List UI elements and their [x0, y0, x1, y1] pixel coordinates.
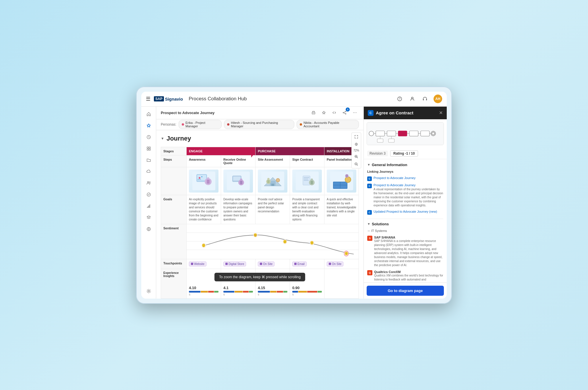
sidebar [141, 107, 156, 299]
sidebar-users[interactable] [144, 178, 154, 188]
svg-point-18 [148, 290, 149, 292]
content-area: Prospect to Advocate Journey [156, 107, 363, 299]
svg-rect-4 [426, 99, 427, 100]
solution-qualtrics-desc: Qualtrics XM combines the world's best t… [374, 274, 443, 282]
headset-icon[interactable] [421, 95, 429, 103]
zoom-in-icon[interactable] [352, 153, 360, 160]
svg-rect-93 [376, 131, 385, 136]
sidebar-home[interactable] [144, 109, 154, 119]
sidebar-layers[interactable] [144, 212, 154, 223]
zoom-level-display: 72% [352, 148, 360, 153]
experience-insights-label: Experience Insights [161, 269, 187, 298]
goals-row-label: Goals [161, 195, 187, 224]
journey-canvas[interactable]: ▼ Journey Stages ENGAGE [156, 130, 363, 299]
goal-quote: Develop wide-scale information campaigns… [221, 195, 256, 224]
journey-collapse-icon[interactable]: ▼ [161, 137, 164, 141]
illus-contract [290, 167, 324, 195]
more-icon[interactable]: ⋯ [351, 109, 359, 117]
help-icon[interactable]: ? [396, 95, 404, 103]
goal-installation: A quick and effective installation by we… [324, 195, 359, 224]
panel-close-button[interactable]: ✕ [439, 110, 443, 116]
persona-nikita[interactable]: Nikita - Accounts Payable Accountant [297, 120, 359, 129]
illus-installation-img [327, 170, 356, 193]
zoom-controls[interactable]: 72% [351, 132, 361, 168]
solution-sap-desc: SAP S/4HANA is a complete enterprise res… [374, 239, 443, 267]
go-to-diagram-button[interactable]: Go to diagram page [367, 286, 444, 296]
svg-rect-3 [423, 99, 424, 100]
illus-assessment-img [258, 170, 287, 193]
svg-rect-76 [225, 263, 228, 265]
persona-erika[interactable]: Erika - Project Manager [179, 120, 222, 129]
hamburger-menu[interactable]: ☰ [146, 96, 150, 102]
svg-point-27 [199, 177, 200, 179]
user-avatar[interactable]: AH [434, 95, 442, 103]
sidebar-folder[interactable] [144, 155, 154, 165]
svg-point-2 [411, 97, 413, 99]
panel-diagram-preview [367, 122, 444, 145]
sidebar-grid[interactable] [144, 143, 154, 154]
sidebar-settings[interactable] [144, 286, 154, 296]
step-awareness: Awareness [187, 155, 221, 167]
solution-sap[interactable]: S SAP S/4HANA SAP S/4HANA is a complete … [367, 234, 443, 269]
solution-sap-info: SAP S/4HANA SAP S/4HANA is a complete en… [374, 236, 443, 267]
share-icon[interactable]: 8 [341, 109, 349, 117]
link-text-3: Updated Prospect to Advocate Journey (ne… [374, 210, 437, 213]
svg-point-92 [369, 131, 374, 136]
sidebar-signal[interactable] [144, 201, 154, 211]
personas-bar: Personas: Erika - Project Manager Hitesh… [156, 119, 363, 130]
main-layout: Prospect to Advocate Journey [141, 107, 447, 299]
fullscreen-icon[interactable] [352, 133, 360, 140]
step-quote: Receive Online Quote [221, 155, 256, 167]
persona-erika-name: Erika - Project Manager [185, 121, 218, 128]
sidebar-globe[interactable] [144, 224, 154, 234]
sidebar-cloud[interactable] [144, 166, 154, 177]
sentiment-svg: 🙂 😊 🙂 🙂 😕 [187, 224, 359, 258]
svg-point-21 [343, 112, 344, 113]
sidebar-history[interactable] [144, 132, 154, 142]
touchpoint-onsite1: On Site [256, 259, 290, 269]
revision-label: Revision 3 [367, 151, 388, 156]
svg-rect-106 [377, 139, 383, 142]
link-icon-3: C [367, 210, 372, 215]
step-assessment: Site Assessment [256, 155, 290, 167]
share-badge-count: 8 [346, 107, 350, 112]
goal-awareness: An explicitly positive image of our prod… [187, 195, 221, 224]
header-icons: 8 ⋯ [310, 109, 359, 117]
panel-content[interactable]: ▼ General Information Linking Journeys C… [364, 159, 447, 283]
svg-rect-96 [409, 131, 418, 136]
sidebar-check[interactable] [144, 189, 154, 200]
signavio-label: Signavio [165, 97, 183, 101]
print-icon[interactable] [310, 109, 318, 117]
target-icon[interactable] [352, 141, 360, 148]
user-icon[interactable] [408, 95, 416, 103]
touchpoint-digital: Digital Store [221, 259, 256, 269]
code-icon[interactable] [330, 109, 338, 117]
illus-quote [221, 167, 256, 195]
sidebar-star[interactable] [144, 120, 154, 131]
link-icon-1: C [367, 176, 372, 181]
insight-score-1: 4.1 [223, 286, 253, 290]
svg-rect-43 [267, 180, 270, 183]
general-info-collapse-icon[interactable]: ▼ [367, 163, 370, 166]
touchpoint-email-chip: Email [292, 262, 307, 266]
persona-hitesh[interactable]: Hitesh - Sourcing and Purchasing Manager [224, 120, 294, 129]
goal-contract: Provide a transparent and simple contrac… [290, 195, 324, 224]
svg-text:🙂: 🙂 [283, 239, 287, 244]
linking-journeys-label: Linking Journeys [367, 170, 443, 173]
svg-rect-14 [148, 206, 148, 208]
zoom-out-icon[interactable] [352, 161, 360, 168]
svg-rect-79 [329, 263, 331, 265]
touchpoint-onsite2: On Site [324, 259, 359, 269]
svg-point-38 [240, 178, 242, 181]
link-item-1[interactable]: C Prospect to Advocate Journey [367, 175, 443, 182]
favorite-icon[interactable] [320, 109, 328, 117]
link-item-3[interactable]: C Updated Prospect to Advocate Journey (… [367, 209, 443, 216]
link-item-2[interactable]: C Prospect to Advocate Journey A visual … [367, 182, 443, 209]
solution-qualtrics[interactable]: Q Qualtrics CoreXM Qualtrics XM combines… [367, 269, 443, 283]
section-divider [367, 219, 443, 219]
general-info-section-title: ▼ General Information [367, 163, 443, 167]
solutions-collapse-icon[interactable]: ▼ [367, 222, 370, 226]
nav-icons-group: ? AH [396, 95, 442, 103]
app-logo: SAP Signavio [154, 96, 183, 101]
svg-point-81 [356, 144, 357, 145]
